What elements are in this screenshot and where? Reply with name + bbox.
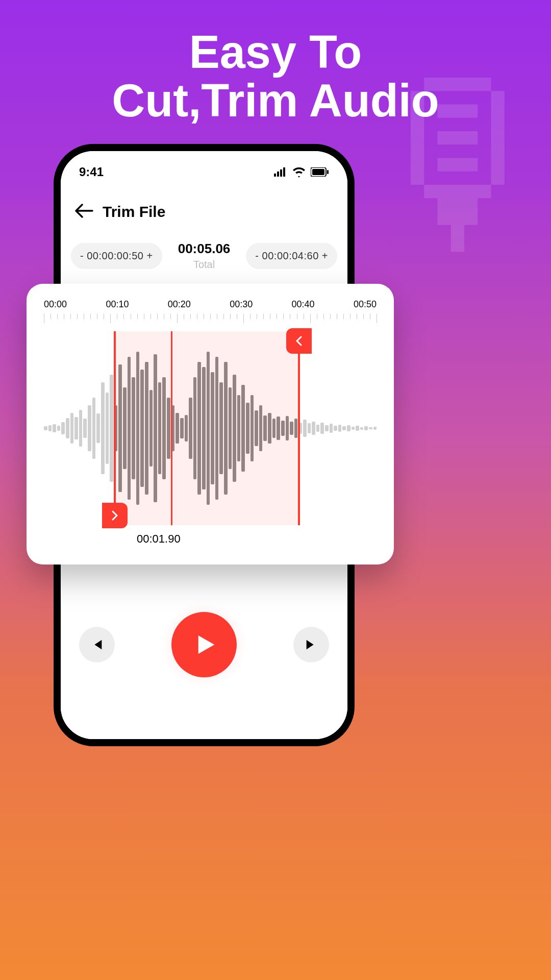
chevron-right-icon [111, 510, 119, 521]
trim-start-stepper[interactable]: - 00:00:00:50 + [71, 243, 162, 269]
playhead-time: 00:01.90 [137, 532, 394, 546]
wifi-icon [292, 167, 306, 177]
next-button[interactable] [293, 627, 329, 663]
svg-rect-1 [277, 172, 279, 177]
ruler-label: 00:10 [106, 299, 129, 310]
microphone-watermark: 🎙 [357, 41, 551, 287]
trim-start-value: 00:00:00:50 [87, 250, 143, 261]
skip-next-icon [304, 638, 318, 652]
plus-icon[interactable]: + [146, 250, 153, 261]
svg-rect-6 [327, 170, 329, 174]
ruler-label: 00:40 [292, 299, 315, 310]
trim-values-row: - 00:00:00:50 + 00:05.06 Total - 00:00:0… [61, 226, 347, 271]
plus-icon[interactable]: + [322, 250, 328, 261]
svg-rect-5 [312, 169, 324, 175]
waveform-area[interactable] [44, 331, 377, 525]
svg-rect-2 [280, 169, 282, 177]
chevron-left-icon [295, 336, 303, 346]
back-arrow-icon[interactable] [75, 203, 93, 220]
svg-rect-0 [274, 174, 276, 177]
trim-end-stepper[interactable]: - 00:00:04:60 + [246, 243, 337, 269]
cellular-icon [274, 167, 287, 177]
time-ruler-ticks [27, 314, 394, 331]
trim-handle-start[interactable] [102, 503, 128, 528]
minus-icon[interactable]: - [255, 250, 259, 261]
status-icons [274, 167, 329, 177]
ruler-label: 00:00 [44, 299, 67, 310]
app-header: Trim File [61, 184, 347, 226]
play-icon [190, 631, 218, 658]
trim-selection[interactable] [114, 331, 300, 525]
battery-icon [311, 167, 329, 177]
time-ruler-labels: 00:00 00:10 00:20 00:30 00:40 00:50 [27, 299, 394, 310]
page-title: Trim File [103, 203, 165, 220]
total-duration: 00:05.06 [178, 241, 231, 257]
playback-controls [61, 601, 347, 688]
waveform-card: 00:00 00:10 00:20 00:30 00:40 00:50 00:0… [27, 284, 394, 565]
total-label: Total [178, 259, 231, 271]
status-bar: 9:41 [61, 151, 347, 184]
play-button-glow [161, 601, 247, 688]
playhead-line[interactable] [171, 331, 172, 525]
skip-previous-icon [90, 638, 104, 652]
play-button[interactable] [171, 612, 237, 677]
status-time: 9:41 [79, 165, 104, 179]
minus-icon[interactable]: - [80, 250, 84, 261]
trim-handle-end[interactable] [286, 328, 312, 354]
total-duration-block: 00:05.06 Total [178, 241, 231, 271]
svg-rect-3 [283, 167, 285, 177]
ruler-label: 00:50 [354, 299, 377, 310]
trim-end-value: 00:00:04:60 [262, 250, 319, 261]
ruler-label: 00:20 [168, 299, 191, 310]
ruler-label: 00:30 [230, 299, 253, 310]
previous-button[interactable] [79, 627, 115, 663]
